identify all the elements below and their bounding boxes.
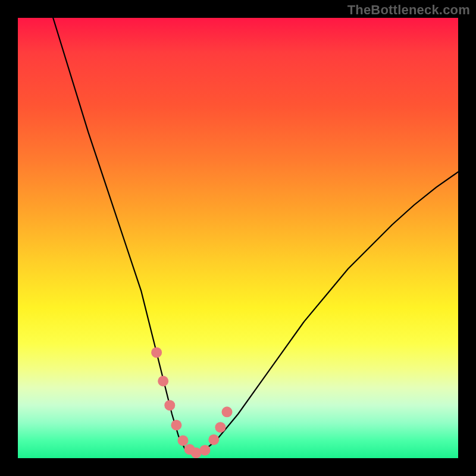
chart-frame: TheBottleneck.com [0,0,476,476]
highlight-dot [222,406,233,417]
highlight-dot [178,435,189,446]
curve-layer [18,18,458,458]
highlight-dot [200,445,211,456]
highlight-dots [151,347,232,458]
highlight-dot [151,347,162,358]
bottleneck-curve [53,18,458,454]
watermark-text: TheBottleneck.com [347,2,470,18]
highlight-dot [215,422,226,433]
plot-area [18,18,458,458]
highlight-dot [164,400,175,411]
highlight-dot [171,420,181,431]
highlight-dot [158,376,168,387]
highlight-dot [208,434,219,445]
